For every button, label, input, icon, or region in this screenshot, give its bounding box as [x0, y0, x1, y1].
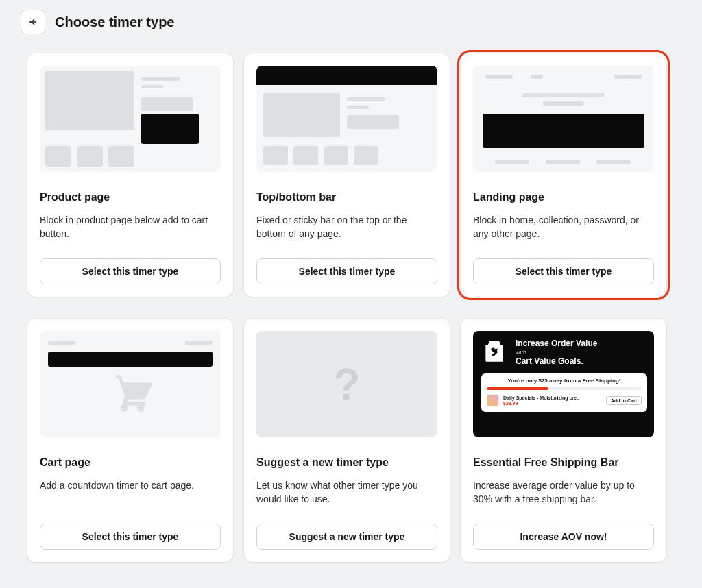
- select-top-bottom-bar-button[interactable]: Select this timer type: [256, 258, 437, 284]
- card-suggest-new-type: ? Suggest a new timer type Let us know w…: [244, 319, 450, 562]
- arrow-left-icon: [27, 16, 38, 27]
- card-title: Essential Free Shipping Bar: [473, 456, 654, 469]
- question-mark-icon: ?: [333, 359, 360, 410]
- preview-free-shipping: Increase Order Value with Cart Value Goa…: [473, 331, 654, 437]
- card-desc: Increase average order value by up to 30…: [473, 478, 654, 513]
- select-landing-page-button[interactable]: Select this timer type: [473, 258, 654, 284]
- preview-top-bottom-bar: [256, 66, 437, 172]
- card-cart-page: Cart page Add a countdown timer to cart …: [27, 319, 233, 562]
- promo-headline-2: Cart Value Goals.: [516, 356, 597, 367]
- preview-suggest: ?: [256, 331, 437, 437]
- card-top-bottom-bar: Top/bottom bar Fixed or sticky bar on th…: [244, 53, 450, 297]
- suggest-new-type-button[interactable]: Suggest a new timer type: [256, 524, 437, 550]
- promo-add-to-cart: Add to Cart: [606, 396, 642, 405]
- preview-product-page: [40, 66, 221, 172]
- promo-product-row: Daily Specials - Moisturizing cre.. $28.…: [487, 394, 642, 406]
- card-desc: Let us know what other timer type you wo…: [256, 478, 437, 513]
- preview-landing-page: [473, 66, 654, 172]
- promo-headline-1: Increase Order Value: [516, 338, 597, 349]
- card-free-shipping-bar: Increase Order Value with Cart Value Goa…: [461, 319, 666, 562]
- page-title: Choose timer type: [55, 14, 174, 30]
- shopping-bag-icon: [481, 338, 507, 367]
- card-desc: Fixed or sticky bar on the top or the bo…: [256, 213, 437, 247]
- preview-cart-page: [40, 331, 221, 437]
- back-button[interactable]: [21, 10, 45, 34]
- page-header: Choose timer type: [0, 0, 702, 34]
- promo-product-name: Daily Specials - Moisturizing cre..: [503, 395, 579, 401]
- cart-icon: [106, 369, 155, 421]
- card-title: Product page: [40, 191, 221, 204]
- card-title: Top/bottom bar: [256, 191, 437, 204]
- card-desc: Add a countdown timer to cart page.: [40, 478, 221, 513]
- card-title: Landing page: [473, 191, 654, 204]
- select-cart-page-button[interactable]: Select this timer type: [40, 524, 221, 550]
- promo-with: with: [516, 349, 597, 356]
- timer-type-grid: Product page Block in product page below…: [0, 34, 702, 581]
- card-title: Suggest a new timer type: [256, 456, 437, 469]
- increase-aov-button[interactable]: Increase AOV now!: [473, 524, 654, 550]
- promo-product-thumb: [487, 394, 499, 406]
- card-product-page: Product page Block in product page below…: [27, 53, 233, 297]
- promo-panel: You're only $25 away from a Free Shippin…: [481, 373, 647, 412]
- card-title: Cart page: [40, 456, 221, 469]
- promo-panel-msg: You're only $25 away from a Free Shippin…: [487, 378, 642, 384]
- card-landing-page: Landing page Block in home, collection, …: [461, 53, 666, 297]
- card-desc: Block in product page below add to cart …: [40, 213, 221, 247]
- promo-product-price: $28.99: [503, 401, 579, 406]
- card-desc: Block in home, collection, password, or …: [473, 213, 654, 247]
- select-product-page-button[interactable]: Select this timer type: [40, 258, 221, 284]
- promo-progress-bar: [487, 387, 642, 390]
